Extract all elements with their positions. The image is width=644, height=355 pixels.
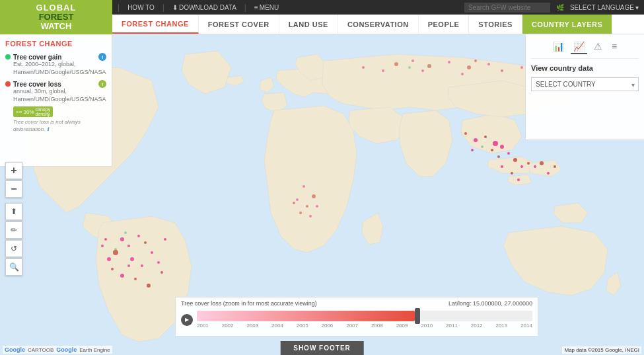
app-logo[interactable]: GLOBAL FOREST WATCH [0,0,112,34]
svg-point-48 [500,145,504,149]
cartoob-text: CARTOOB [28,347,54,353]
timeline-fill [197,311,415,321]
separator: | [118,3,120,12]
svg-point-19 [147,284,151,288]
timeline-panel: Tree cover loss (zoom in for most accura… [175,297,538,336]
right-panel-title: View country data [531,64,639,72]
svg-point-31 [411,59,414,62]
measure-tool-button[interactable]: ✏ [5,221,22,239]
logo-line1: GLOBAL [36,3,77,13]
tab-people[interactable]: PEOPLE [419,15,470,34]
language-selector[interactable]: SELECT LANGUAGE ▾ [570,4,639,11]
svg-point-49 [497,155,500,158]
svg-point-44 [474,138,478,142]
earth-engine-text: Earth Engine [79,347,110,353]
country-select[interactable]: SELECT COUNTRY [531,77,639,91]
zoom-out-button[interactable]: − [5,180,22,198]
timeline-play-button[interactable]: ▶ [181,314,193,326]
svg-point-46 [493,141,498,146]
timeline-handle[interactable] [415,308,420,324]
logo-line2: FOREST [36,13,77,22]
svg-point-70 [293,202,295,204]
separator3: | [244,3,246,12]
loss-color-dot [5,81,11,87]
country-select-wrapper: SELECT COUNTRY [531,77,639,91]
svg-point-50 [507,152,510,155]
svg-point-56 [501,165,503,168]
gain-info-icon[interactable]: i [98,53,106,61]
svg-point-53 [527,162,530,165]
powered-by: Google CARTOOB Google Earth Engine [3,346,112,354]
note-info-icon[interactable]: ℹ [47,126,49,132]
gain-color-dot [5,54,11,59]
svg-point-3 [113,250,118,255]
svg-point-15 [164,238,166,241]
search-input[interactable] [464,3,550,13]
gfw-logo-small: 🌿 [554,4,566,11]
download-data-link[interactable]: ⬇ DOWNLOAD DATA [170,4,239,11]
canopy-density-badge[interactable]: >= 30% canopydensity [13,106,53,117]
tab-forest-cover[interactable]: FOREST COVER [199,15,279,34]
svg-point-13 [157,261,160,264]
timeline-years: 2001200220032004200520062007200820092010… [197,323,532,329]
layer-tree-cover-loss: Tree cover loss i annual, 30m, global,Ha… [5,80,106,133]
main-navigation: FOREST CHANGE FOREST COVER LAND USE CONS… [112,15,644,34]
tab-forest-change[interactable]: FOREST CHANGE [112,15,199,34]
svg-point-11 [120,274,124,278]
timeline-label: Tree cover loss (zoom in for most accura… [181,300,317,307]
tab-stories[interactable]: STORIES [469,15,522,34]
loss-sublabel: annual, 30m, global,Hansen/UMD/Google/US… [13,88,106,103]
loss-note: Tree cover loss is not alwaysdeforestati… [13,119,106,133]
svg-point-17 [101,245,104,247]
svg-point-34 [467,65,471,69]
alert-icon[interactable]: ⚠ [591,40,605,54]
svg-point-12 [134,278,137,280]
lat-lng-display: Lat/long: 15.000000, 27.000000 [448,300,532,307]
svg-point-45 [484,136,487,138]
svg-point-1 [120,237,124,241]
svg-point-42 [520,66,523,69]
chevron-down-icon: ▾ [635,4,639,11]
svg-point-9 [111,268,114,270]
loss-label: Tree cover loss [13,81,96,88]
svg-point-51 [513,158,517,162]
svg-point-47 [491,149,493,151]
loss-info-icon[interactable]: i [98,80,106,88]
search-location-button[interactable]: 🔍 [5,258,22,276]
tab-country-layers[interactable]: COUNTRY LAYERS [522,15,612,34]
svg-point-4 [137,235,140,237]
svg-point-52 [520,165,523,168]
svg-point-74 [481,145,483,148]
line-chart-icon[interactable]: 📈 [571,40,587,54]
share-button[interactable]: ⬆ [5,203,22,220]
svg-point-38 [461,73,464,75]
download-icon: ⬇ [172,4,178,11]
svg-point-76 [124,231,127,234]
timeline-track[interactable] [197,311,532,321]
map-credit: Map data ©2015 Google, INEGI [562,346,641,354]
svg-point-59 [464,132,467,135]
svg-point-32 [427,64,431,68]
zoom-controls: + − ⬆ ✏ ↺ 🔍 [5,162,22,276]
gain-sublabel: Est. 2000–2012, global,Hansen/UMD/Google… [13,61,106,76]
left-panel: FOREST CHANGE Tree cover gain i Est. 200… [0,34,112,167]
how-to-link[interactable]: HOW TO [125,4,157,11]
svg-point-18 [127,264,130,267]
svg-point-62 [547,172,550,175]
tab-land-use[interactable]: LAND USE [279,15,338,34]
menu-link[interactable]: ≡ MENU [252,4,281,11]
svg-point-33 [448,61,450,63]
right-panel: 📊 📈 ⚠ ≡ View country data SELECT COUNTRY [525,34,644,140]
svg-point-7 [130,257,134,261]
tab-conservation[interactable]: CONSERVATION [338,15,419,34]
svg-point-58 [517,178,520,181]
chart-icon[interactable]: 📊 [550,40,567,54]
layers-icon[interactable]: ≡ [609,40,620,54]
svg-point-39 [474,59,477,62]
show-footer-button[interactable]: SHOW FOOTER [280,341,364,355]
svg-point-8 [141,264,143,267]
right-panel-icons: 📊 📈 ⚠ ≡ [531,40,639,59]
svg-point-30 [394,62,398,66]
zoom-in-button[interactable]: + [5,162,22,179]
refresh-button[interactable]: ↺ [5,240,22,257]
